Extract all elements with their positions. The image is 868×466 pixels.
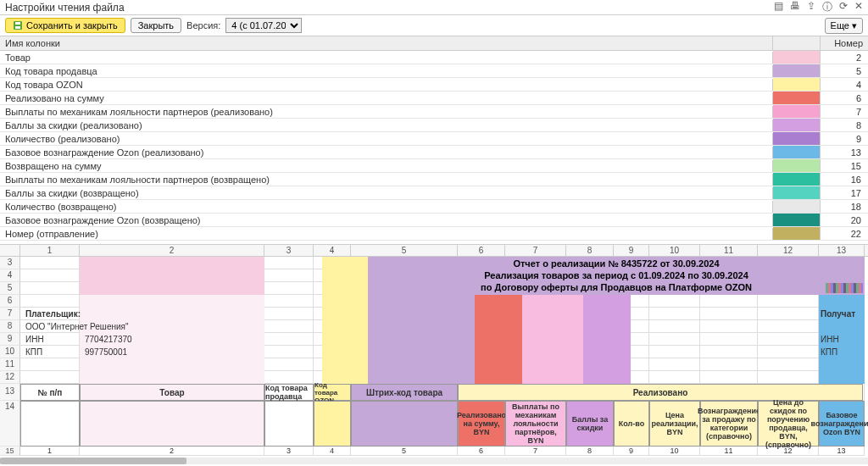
sheet-cell[interactable]	[700, 346, 758, 358]
sheet-cell[interactable]	[700, 308, 758, 320]
sheet-cell[interactable]: 9	[614, 447, 649, 456]
sheet-cell[interactable]: 2	[80, 447, 264, 456]
sheet-cell[interactable]	[649, 308, 700, 320]
sheet-cell[interactable]: 7	[505, 447, 566, 456]
sheet-row-head[interactable]: 11	[0, 358, 20, 371]
sheet-cell[interactable]	[700, 320, 758, 333]
sheet-cell[interactable]	[264, 333, 314, 346]
sheet-cell[interactable]	[700, 371, 758, 384]
sheet-cell[interactable]: 11	[700, 447, 758, 456]
sheet-cell[interactable]	[264, 320, 314, 333]
sheet-cell[interactable]	[20, 371, 80, 384]
sheet-cell[interactable]	[264, 308, 314, 320]
sheet-cell[interactable]	[264, 358, 314, 371]
sheet-row-head[interactable]: 5	[0, 282, 20, 295]
sheet-cell[interactable]	[700, 333, 758, 346]
sheet-cell[interactable]	[758, 346, 819, 358]
sheet-row-head[interactable]: 8	[0, 320, 20, 333]
column-grid-body[interactable]: Товар2Код товара продавца5Код товара OZO…	[0, 51, 868, 241]
column-mapping-row[interactable]: Выплаты по механикам лояльности партнеро…	[0, 105, 868, 119]
column-mapping-row[interactable]: Возвращено на сумму15	[0, 159, 868, 173]
sheet-cell[interactable]	[700, 358, 758, 371]
column-mapping-row[interactable]: Выплаты по механикам лояльности партнеро…	[0, 173, 868, 186]
col-header-number[interactable]: Номер	[821, 36, 868, 50]
sheet-cell[interactable]	[264, 282, 314, 295]
sheet-cell[interactable]	[264, 257, 314, 269]
sheet-row-head[interactable]: 14	[0, 401, 20, 447]
sheet-col-head[interactable]: 3	[264, 245, 314, 256]
sheet-col-head[interactable]: 10	[649, 245, 700, 256]
sheet-cell[interactable]	[264, 371, 314, 384]
column-mapping-row[interactable]: Количество (возвращено)18	[0, 200, 868, 214]
sheet-cell[interactable]	[758, 333, 819, 346]
help-icon[interactable]: ⓘ	[822, 0, 832, 14]
sheet-cell[interactable]: 1	[20, 447, 80, 456]
column-mapping-row[interactable]: Баллы за скидки (возвращено)17	[0, 186, 868, 200]
column-mapping-row[interactable]: Код товара OZON4	[0, 78, 868, 92]
sheet-row-head[interactable]: 12	[0, 371, 20, 384]
sheet-cell[interactable]	[264, 269, 314, 282]
save-and-close-button[interactable]: Сохранить и закрыть	[5, 18, 125, 33]
sheet-row-head[interactable]: 13	[0, 384, 20, 401]
scrollbar-thumb[interactable]	[0, 458, 186, 464]
sheet-cell[interactable]: 4	[314, 447, 351, 456]
print-icon[interactable]: 🖶	[790, 0, 800, 14]
sheet-cell[interactable]	[264, 295, 314, 308]
sheet-row-head[interactable]: 9	[0, 333, 20, 346]
column-mapping-row[interactable]: Базовое вознаграждение Ozon (реализовано…	[0, 146, 868, 159]
sheet-col-head[interactable]: 9	[614, 245, 649, 256]
sheet-cell[interactable]	[758, 371, 819, 384]
sheet-cell[interactable]: 6	[458, 447, 505, 456]
sheet-col-head[interactable]: 6	[458, 245, 505, 256]
sheet-cell[interactable]	[20, 257, 80, 269]
sheet-cell[interactable]	[649, 333, 700, 346]
version-select[interactable]: 4 (с 01.07.2024)	[225, 18, 302, 33]
sheet-cell[interactable]	[20, 282, 80, 295]
sheet-cell[interactable]	[20, 358, 80, 371]
sheet-cell[interactable]	[758, 295, 819, 308]
close-button[interactable]: Закрыть	[131, 18, 181, 33]
sheet-col-head[interactable]: 11	[700, 245, 758, 256]
sheet-col-head[interactable]: 12	[758, 245, 819, 256]
sheet-row-head[interactable]: 4	[0, 269, 20, 282]
sheet-col-head[interactable]: 5	[351, 245, 458, 256]
sheet-cell[interactable]	[758, 320, 819, 333]
column-mapping-row[interactable]: Номер (отправление)22	[0, 227, 868, 241]
sheet-cell[interactable]	[649, 295, 700, 308]
export-icon[interactable]: ⇪	[807, 0, 815, 14]
sheet-cell[interactable]	[758, 358, 819, 371]
sheet-col-head[interactable]: 1	[20, 245, 80, 256]
close-window-icon[interactable]: ✕	[854, 0, 863, 14]
more-button[interactable]: Еще ▾	[825, 18, 863, 34]
sheet-col-head[interactable]: 8	[566, 245, 614, 256]
sheet-cell[interactable]	[649, 371, 700, 384]
sheet-col-head[interactable]: 13	[819, 245, 865, 256]
sheet-col-head[interactable]: 4	[314, 245, 351, 256]
column-mapping-row[interactable]: Товар2	[0, 51, 868, 64]
column-mapping-row[interactable]: Реализовано на сумму6	[0, 92, 868, 105]
col-header-name[interactable]: Имя колонки	[0, 36, 773, 50]
sheet-cell[interactable]	[264, 346, 314, 358]
sheet-cell[interactable]	[649, 358, 700, 371]
column-mapping-row[interactable]: Баллы за скидки (реализовано)8	[0, 119, 868, 132]
column-mapping-row[interactable]: Базовое вознаграждение Ozon (возвращено)…	[0, 214, 868, 227]
sheet-cell[interactable]	[649, 320, 700, 333]
column-mapping-row[interactable]: Код товара продавца5	[0, 64, 868, 78]
sheet-row-head[interactable]: 7	[0, 308, 20, 320]
sheet-row-head[interactable]: 15	[0, 447, 20, 456]
column-mapping-row[interactable]: Количество (реализовано)9	[0, 132, 868, 146]
sheet-row-head[interactable]: 10	[0, 346, 20, 358]
sheet-cell[interactable]	[20, 295, 80, 308]
sheet-cell[interactable]	[20, 269, 80, 282]
sheet-body[interactable]: Отчет о реализации № 8435722 от 30.09.20…	[0, 257, 868, 456]
report-icon[interactable]: ▤	[774, 0, 783, 14]
sheet-row-head[interactable]: 6	[0, 295, 20, 308]
sheet-col-head[interactable]: 2	[80, 245, 264, 256]
sheet-col-head[interactable]: 7	[505, 245, 566, 256]
horizontal-scrollbar[interactable]	[0, 458, 868, 464]
sheet-cell[interactable]: 3	[264, 447, 314, 456]
sheet-cell[interactable]: 5	[351, 447, 458, 456]
sheet-cell[interactable]: 10	[649, 447, 700, 456]
sheet-cell[interactable]: 13	[819, 447, 865, 456]
refresh-icon[interactable]: ⟳	[839, 0, 848, 14]
